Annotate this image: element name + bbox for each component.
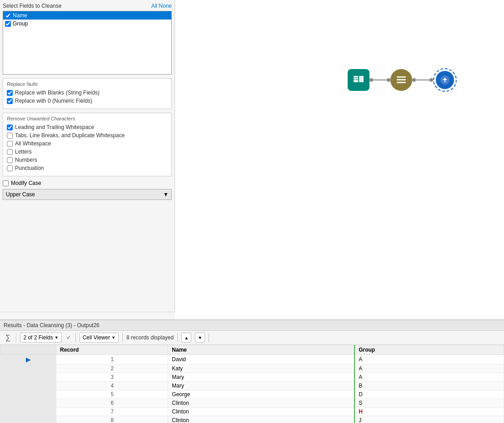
- letters-row: Letters: [7, 149, 168, 155]
- cell-name: Mary: [168, 382, 354, 390]
- table-row: 7ClintonH: [0, 408, 504, 416]
- connector-dot-4: [429, 78, 433, 82]
- all-whitespace-row: All Whitespace: [7, 140, 168, 147]
- numbers-checkbox[interactable]: [7, 157, 13, 163]
- scroll-up-btn[interactable]: ▲: [181, 333, 191, 343]
- numbers-row: Numbers: [7, 157, 168, 163]
- input-node-icon: [352, 74, 365, 86]
- cell-viewer-chevron-icon: ▼: [111, 335, 115, 340]
- case-dropdown-value: Upper Case: [6, 191, 35, 198]
- cell-record: 4: [56, 382, 168, 390]
- all-link[interactable]: All: [151, 3, 157, 9]
- replace-nulls-title: Replace Nulls: [7, 81, 168, 87]
- cell-name: Mary: [168, 373, 354, 382]
- node-cleanse[interactable]: [390, 69, 412, 91]
- records-displayed-label: 8 records displayed: [126, 334, 174, 341]
- bottom-panel: Results - Data Cleansing (3) - Output26 …: [0, 319, 504, 423]
- sum-icon: ∑: [4, 333, 12, 343]
- field-item-name[interactable]: Name: [3, 11, 171, 20]
- replace-zero-checkbox[interactable]: [7, 98, 13, 104]
- leading-trailing-checkbox[interactable]: [7, 124, 13, 130]
- cell-name: Clinton: [168, 399, 354, 408]
- table-row: 6ClintonS: [0, 399, 504, 408]
- leading-trailing-label: Leading and Trailing Whitespace: [15, 124, 94, 130]
- toolbar-separator-3: [177, 333, 178, 342]
- left-panel: Select Fields to Cleanse All None Name G…: [0, 0, 175, 319]
- cell-name: David: [168, 355, 354, 364]
- fields-chevron-icon: ▼: [55, 335, 59, 340]
- fields-section: Select Fields to Cleanse All None Name G…: [3, 3, 172, 75]
- cell-viewer-label: Cell Viewer: [83, 334, 110, 341]
- numbers-label: Numbers: [15, 157, 37, 163]
- table-row: 5GeorgeD: [0, 390, 504, 399]
- fields-listbox[interactable]: Name Group: [3, 11, 172, 75]
- field-item-group[interactable]: Group: [3, 20, 171, 28]
- cell-name: Katy: [168, 364, 354, 373]
- cell-group: H: [354, 408, 504, 416]
- node-output[interactable]: [433, 68, 457, 92]
- cell-group: D: [354, 390, 504, 399]
- row-selector-cell: [0, 408, 56, 416]
- punctuation-label: Punctuation: [15, 165, 44, 171]
- workflow-container: [348, 68, 457, 92]
- table-body: ▶1DavidA2KatyA3MaryA4MaryB5GeorgeD6Clint…: [0, 355, 504, 423]
- fields-count-label: 2 of 2 Fields: [23, 334, 53, 341]
- col-header-group: Group: [354, 345, 504, 355]
- toolbar-separator-2: [122, 333, 123, 342]
- svg-rect-6: [397, 82, 406, 83]
- results-table-container[interactable]: Record Name Group ▶1DavidA2KatyA3MaryA4M…: [0, 345, 504, 423]
- remove-unwanted-section: Remove Unwanted Characters Leading and T…: [3, 113, 172, 176]
- cell-group: A: [354, 355, 504, 364]
- case-dropdown[interactable]: Upper Case ▼: [3, 189, 172, 200]
- replace-blanks-row: Replace with Blanks (String Fields): [7, 90, 168, 96]
- table-row: 3MaryA: [0, 373, 504, 382]
- all-whitespace-label: All Whitespace: [15, 140, 51, 147]
- results-table: Record Name Group ▶1DavidA2KatyA3MaryA4M…: [0, 345, 504, 423]
- letters-checkbox[interactable]: [7, 149, 13, 155]
- svg-rect-0: [354, 76, 358, 82]
- scroll-down-btn[interactable]: ▼: [195, 333, 205, 343]
- replace-blanks-label: Replace with Blanks (String Fields): [15, 90, 100, 96]
- toolbar-separator-4: [209, 333, 209, 342]
- row-selector-cell: [0, 373, 56, 382]
- field-group-checkbox[interactable]: [5, 21, 11, 27]
- connector-dot-1: [369, 78, 373, 82]
- svg-rect-5: [397, 79, 406, 80]
- cleanse-node-icon: [395, 74, 408, 86]
- cell-group: J: [354, 416, 504, 423]
- tabs-linebreaks-checkbox[interactable]: [7, 133, 13, 139]
- none-link[interactable]: None: [159, 3, 172, 9]
- col-header-record: [0, 345, 56, 355]
- output-node-icon: [439, 75, 450, 85]
- fields-links: All None: [151, 3, 172, 9]
- table-row: 4MaryB: [0, 382, 504, 390]
- cell-name: George: [168, 390, 354, 399]
- cell-name: Clinton: [168, 408, 354, 416]
- connector-line-2: [416, 80, 429, 80]
- all-whitespace-checkbox[interactable]: [7, 141, 13, 147]
- modify-case-label: Modify Case: [11, 180, 41, 186]
- cell-record: 1: [56, 355, 168, 364]
- connector-dot-2: [387, 78, 390, 82]
- toolbar-separator-1: [75, 333, 76, 342]
- replace-zero-row: Replace with 0 (Numeric Fields): [7, 98, 168, 104]
- table-row: 2KatyA: [0, 364, 504, 373]
- connector-dot-3: [412, 78, 416, 82]
- canvas-area: [175, 0, 504, 319]
- cell-viewer-btn[interactable]: Cell Viewer ▼: [80, 333, 119, 343]
- fields-dropdown-btn[interactable]: 2 of 2 Fields ▼: [20, 333, 61, 343]
- row-icon: ▶: [26, 356, 31, 363]
- cell-record: 3: [56, 373, 168, 382]
- row-selector-cell: [0, 364, 56, 373]
- letters-label: Letters: [15, 149, 32, 155]
- check-icon-btn[interactable]: ✓: [65, 333, 72, 342]
- fields-header: Select Fields to Cleanse All None: [3, 3, 172, 9]
- tabs-linebreaks-row: Tabs, Line Breaks, and Duplicate Whitesp…: [7, 132, 168, 139]
- replace-blanks-checkbox[interactable]: [7, 90, 13, 96]
- field-name-checkbox[interactable]: [5, 13, 11, 19]
- punctuation-checkbox[interactable]: [7, 165, 13, 171]
- modify-case-checkbox[interactable]: [3, 180, 9, 186]
- cell-group: B: [354, 382, 504, 390]
- table-header-row: Record Name Group: [0, 345, 504, 355]
- node-input[interactable]: [348, 69, 369, 91]
